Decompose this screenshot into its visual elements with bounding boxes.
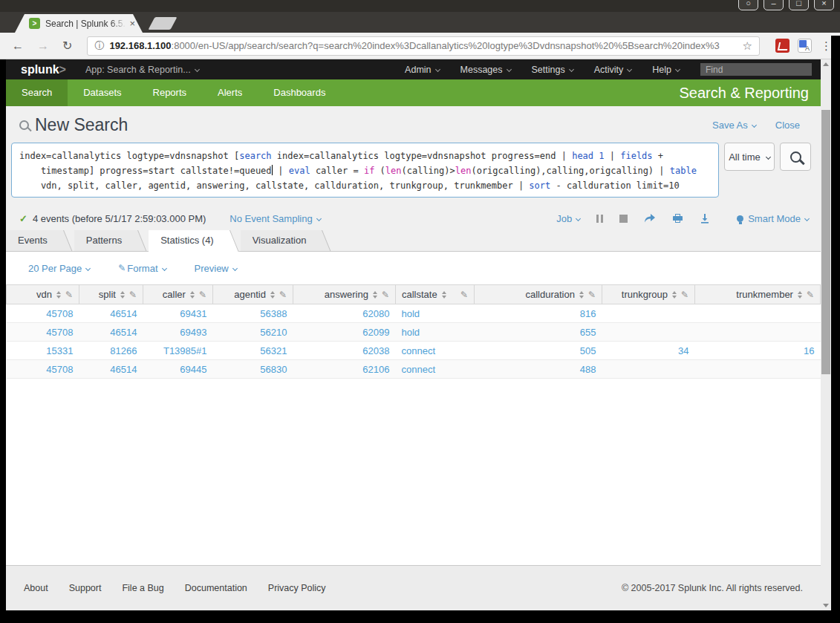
run-search-button[interactable] [780,143,811,171]
sort-icon[interactable] [373,291,377,299]
menu-help[interactable]: Help [652,65,680,75]
edit-column-icon[interactable]: ✎ [460,290,468,300]
nav-datasets[interactable]: Datasets [68,79,137,106]
url-bar[interactable]: ⓘ 192.168.1.100 :8000/en-US/app/search/s… [87,36,760,56]
menu-settings[interactable]: Settings [532,65,573,75]
column-header-vdn[interactable]: vdn✎ [7,285,79,304]
cell-caller[interactable]: 69431 [143,304,213,323]
column-header-callduration[interactable]: callduration✎ [475,285,602,304]
cell-agentid[interactable]: 56321 [213,342,293,360]
tab-patterns[interactable]: Patterns [74,230,129,251]
sort-icon[interactable] [270,291,275,299]
sort-icon[interactable] [798,291,802,299]
share-icon[interactable] [644,213,656,224]
column-header-trunkmember[interactable]: trunkmember✎ [695,285,821,304]
footer-link-documentation[interactable]: Documentation [185,583,247,593]
edit-column-icon[interactable]: ✎ [65,290,73,300]
search-query-input[interactable]: index=callanalytics logtype=vdnsnapshot … [11,143,719,198]
reload-icon[interactable]: ↻ [62,39,72,53]
new-tab-button[interactable] [148,17,177,30]
tab-statistics-4[interactable]: Statistics (4) [149,230,221,252]
tab-visualization[interactable]: Visualization [241,230,314,251]
time-range-picker[interactable]: All time [724,143,775,171]
cell-vdn[interactable]: 15331 [7,342,79,360]
menu-admin[interactable]: Admin [405,65,439,75]
job-menu[interactable]: Job [556,213,580,224]
stop-icon[interactable] [619,215,628,223]
app-switcher-menu[interactable]: App: Search & Reportin... [85,65,199,75]
footer-link-privacy-policy[interactable]: Privacy Policy [268,583,326,593]
column-header-trunkgroup[interactable]: trunkgroup✎ [602,285,695,304]
footer-link-about[interactable]: About [24,583,48,593]
splunk-logo[interactable]: splunk> [21,63,66,76]
edit-column-icon[interactable]: ✎ [199,290,206,300]
cell-callstate[interactable]: hold [396,304,475,323]
preview-menu[interactable]: Preview [195,263,237,274]
sort-icon[interactable] [190,291,195,299]
export-icon[interactable] [700,213,710,224]
cell-answering[interactable]: 62106 [293,360,396,379]
edit-column-icon[interactable]: ✎ [807,290,814,300]
cell-trunkgroup[interactable]: 34 [602,342,695,360]
cell-callduration[interactable]: 505 [475,342,602,360]
cell-answering[interactable]: 62099 [293,323,396,342]
maximize-icon[interactable]: □ [789,0,809,10]
cell-trunkmember[interactable]: 16 [695,342,821,360]
cell-trunkgroup[interactable] [602,304,695,323]
sort-icon[interactable] [672,291,677,299]
forward-icon[interactable]: → [37,39,49,53]
column-header-caller[interactable]: caller✎ [143,285,213,304]
cell-trunkgroup[interactable] [602,323,695,342]
cell-vdn[interactable]: 45708 [7,360,79,379]
format-menu[interactable]: ✎Format [118,263,166,274]
edit-column-icon[interactable]: ✎ [129,290,137,300]
cell-split[interactable]: 46514 [79,323,143,342]
per-page-menu[interactable]: 20 Per Page [28,263,90,274]
window-menu-icon[interactable]: ○ [738,0,758,10]
browser-tab[interactable]: > Search | Splunk 6.5. × [15,14,143,33]
cell-caller[interactable]: T13985#1 [143,342,213,360]
event-sampling-menu[interactable]: No Event Sampling [229,213,320,224]
nav-dashboards[interactable]: Dashboards [258,79,341,106]
scrollbar-thumb[interactable] [821,110,830,374]
sort-icon[interactable] [56,291,61,299]
cell-split[interactable]: 46514 [79,304,143,323]
column-header-agentid[interactable]: agentid✎ [213,285,293,304]
print-icon[interactable] [672,213,683,224]
bookmark-star-icon[interactable]: ☆ [743,39,752,53]
cell-answering[interactable]: 62080 [293,304,396,323]
save-as-button[interactable]: Save As [712,120,756,131]
cell-answering[interactable]: 62038 [293,342,396,360]
cell-trunkmember[interactable] [695,304,821,323]
sort-icon[interactable] [579,291,584,299]
cell-trunkmember[interactable] [695,323,821,342]
cell-callduration[interactable]: 488 [475,360,602,379]
cell-agentid[interactable]: 56210 [213,323,293,342]
cell-agentid[interactable]: 56388 [213,304,293,323]
column-header-callstate[interactable]: callstate✎ [396,285,475,304]
footer-link-file-a-bug[interactable]: File a Bug [122,583,163,593]
nav-alerts[interactable]: Alerts [202,79,258,106]
cell-callstate[interactable]: hold [396,323,475,342]
cell-caller[interactable]: 69445 [143,360,213,379]
column-header-split[interactable]: split✎ [79,285,143,304]
cell-vdn[interactable]: 45708 [7,323,79,342]
cell-callduration[interactable]: 655 [475,323,602,342]
edit-column-icon[interactable]: ✎ [681,290,688,300]
back-icon[interactable]: ← [12,39,24,53]
nav-search[interactable]: Search [6,79,68,106]
cell-trunkmember[interactable] [695,360,821,379]
sort-icon[interactable] [442,291,446,299]
scroll-down-icon[interactable] [823,604,829,607]
footer-link-support[interactable]: Support [69,583,102,593]
close-button[interactable]: Close [775,120,800,131]
cell-vdn[interactable]: 45708 [7,304,79,323]
cell-callduration[interactable]: 816 [475,304,602,323]
scroll-up-icon[interactable] [823,62,829,66]
page-info-icon[interactable]: ⓘ [94,39,104,53]
vertical-scrollbar[interactable] [821,59,831,610]
minimize-icon[interactable]: – [764,0,784,10]
translate-extension-icon[interactable] [798,39,812,53]
edit-column-icon[interactable]: ✎ [382,290,389,300]
find-input[interactable] [700,63,812,76]
